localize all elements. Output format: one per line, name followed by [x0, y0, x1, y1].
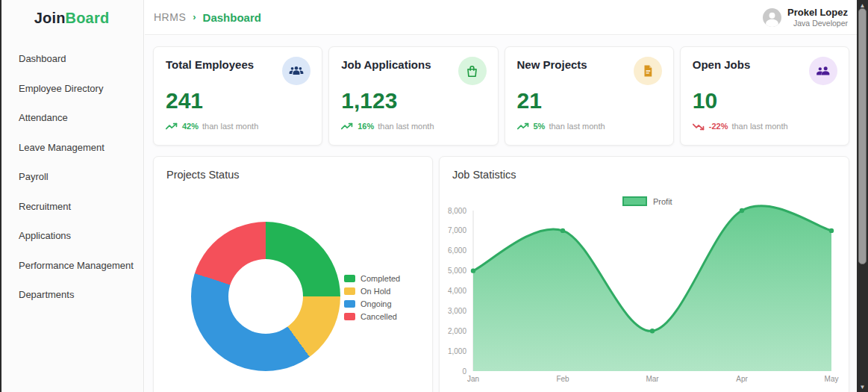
logo-text-board: Board	[66, 10, 110, 27]
svg-text:3,000: 3,000	[448, 307, 466, 315]
svg-text:Mar: Mar	[646, 375, 659, 383]
donut-legend: Completed On Hold Ongoing Cancelled	[344, 272, 400, 323]
shopping-bag-icon	[458, 57, 487, 85]
svg-text:2,000: 2,000	[448, 327, 466, 335]
avatar-icon	[763, 8, 781, 27]
breadcrumb-dashboard[interactable]: Dashboard	[203, 11, 261, 24]
stat-trend: -22% than last month	[693, 122, 837, 131]
users-group-icon	[282, 57, 310, 85]
stat-card-total-employees: Total Employees 241 42% than last month	[153, 46, 322, 146]
trend-suffix: than last month	[202, 122, 258, 131]
sidebar-menu: Dashboard Employee Directory Attendance …	[0, 44, 143, 310]
legend-label: Completed	[360, 274, 400, 283]
sidebar-item-payroll[interactable]: Payroll	[0, 162, 143, 192]
svg-text:Jan: Jan	[467, 375, 479, 383]
trend-suffix: than last month	[549, 122, 605, 131]
svg-text:6,000: 6,000	[448, 246, 466, 255]
sidebar-item-performance-management[interactable]: Performance Management	[0, 251, 143, 281]
stat-card-open-jobs: Open Jobs 10 -22% than last month	[680, 46, 849, 146]
donut-legend-cancelled[interactable]: Cancelled	[344, 310, 400, 323]
breadcrumb: HRMS › Dashboard	[154, 11, 261, 24]
svg-text:Apr: Apr	[736, 375, 748, 383]
trend-percent: -22%	[709, 122, 728, 131]
svg-text:0: 0	[462, 367, 466, 376]
svg-text:1,000: 1,000	[448, 347, 466, 355]
trend-percent: 16%	[357, 122, 374, 131]
legend-swatch-on-hold	[344, 287, 355, 295]
job-statistics-card: Job Statistics Profit 01,0002,0003,0004,…	[439, 156, 849, 392]
stat-value: 241	[166, 90, 310, 112]
user-text: Prokel Lopez Java Developer	[787, 7, 848, 28]
stat-trend: 42% than last month	[166, 122, 310, 131]
user-role: Java Developer	[787, 19, 848, 28]
sidebar: JoinBoard Dashboard Employee Directory A…	[0, 0, 144, 392]
vertical-scrollbar[interactable]: ▲ ▼	[857, 0, 868, 392]
donut-legend-completed[interactable]: Completed	[344, 272, 400, 284]
legend-swatch-completed	[344, 275, 355, 282]
trend-up-icon	[166, 122, 178, 131]
user-profile[interactable]: Prokel Lopez Java Developer	[763, 7, 848, 28]
svg-text:Feb: Feb	[556, 375, 569, 383]
bottom-row: Projects Status Completed On Hold Ongoin…	[153, 156, 849, 392]
stat-value: 1,123	[341, 90, 485, 112]
stat-value: 21	[517, 90, 661, 112]
projects-status-donut	[191, 222, 340, 371]
header: HRMS › Dashboard Prokel Lopez Java Devel…	[145, 0, 857, 35]
sidebar-item-dashboard[interactable]: Dashboard	[0, 44, 143, 74]
scrollbar-thumb[interactable]	[858, 8, 867, 264]
svg-text:5,000: 5,000	[448, 267, 466, 275]
window-edge	[0, 0, 1, 392]
sidebar-item-departments[interactable]: Departments	[0, 280, 143, 310]
projects-status-title: Projects Status	[166, 169, 240, 181]
job-statistics-title: Job Statistics	[452, 169, 516, 181]
trend-suffix: than last month	[378, 122, 434, 131]
trend-up-icon	[341, 122, 354, 131]
legend-label: On Hold	[360, 287, 390, 296]
trend-down-icon	[693, 122, 705, 131]
donut-legend-on-hold[interactable]: On Hold	[344, 284, 400, 297]
scroll-down-button[interactable]: ▼	[857, 382, 868, 392]
svg-text:8,000: 8,000	[448, 207, 466, 215]
legend-swatch-cancelled	[344, 313, 355, 320]
main-content: Total Employees 241 42% than last month …	[145, 36, 857, 392]
donut-legend-ongoing[interactable]: Ongoing	[344, 297, 400, 310]
trend-up-icon	[517, 122, 530, 131]
svg-text:May: May	[825, 375, 839, 383]
sidebar-item-employee-directory[interactable]: Employee Directory	[0, 74, 143, 104]
stats-row: Total Employees 241 42% than last month …	[153, 46, 849, 146]
trend-suffix: than last month	[731, 122, 787, 131]
projects-status-card: Projects Status Completed On Hold Ongoin…	[153, 156, 433, 392]
trend-percent: 5%	[534, 122, 546, 131]
stat-card-new-projects: New Projects 21 5% than last month	[505, 46, 674, 146]
stat-card-job-applications: Job Applications 1,123 16% than last mon…	[328, 46, 498, 146]
stat-trend: 16% than last month	[341, 122, 485, 131]
job-statistics-chart: 01,0002,0003,0004,0005,0006,0007,0008,00…	[440, 187, 850, 392]
sidebar-item-applications[interactable]: Applications	[0, 221, 143, 251]
legend-swatch-ongoing	[344, 300, 355, 308]
sidebar-item-attendance[interactable]: Attendance	[0, 103, 143, 133]
trend-percent: 42%	[182, 122, 199, 131]
sidebar-item-leave-management[interactable]: Leave Management	[0, 133, 143, 163]
app-logo[interactable]: JoinBoard	[0, 0, 143, 36]
logo-text-join: Join	[34, 10, 66, 27]
legend-label: Cancelled	[360, 312, 397, 321]
sidebar-item-recruitment[interactable]: Recruitment	[0, 192, 143, 222]
chevron-right-icon: ›	[193, 11, 196, 22]
breadcrumb-hrms[interactable]: HRMS	[154, 11, 186, 23]
user-name: Prokel Lopez	[787, 7, 848, 19]
svg-text:7,000: 7,000	[448, 226, 466, 234]
stat-trend: 5% than last month	[517, 122, 661, 131]
svg-text:4,000: 4,000	[448, 287, 466, 295]
legend-label: Ongoing	[360, 299, 392, 308]
document-icon	[634, 57, 662, 85]
stat-value: 10	[693, 90, 837, 112]
two-users-icon	[809, 57, 837, 85]
